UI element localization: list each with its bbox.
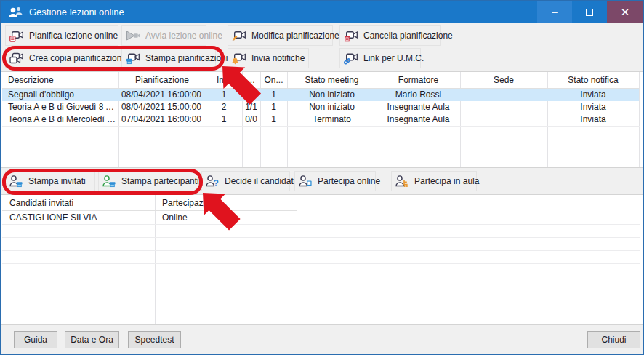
cell-descrizione: Teoria A e B di Giovedì 8 Aprile... bbox=[2, 101, 118, 113]
table-row[interactable]: CASTIGLIONE SILVIA Online bbox=[2, 211, 639, 224]
toolbar-button-crea-copia-pianificazione[interactable]: Crea copia pianificazione bbox=[5, 48, 118, 68]
person-question-icon: ? bbox=[206, 175, 220, 188]
cell-sede bbox=[460, 113, 547, 126]
toolbar-button-link-per-umc[interactable]: Link per U.M.C. bbox=[339, 48, 421, 68]
cell-stato-notifica: Inviata bbox=[547, 89, 639, 101]
column-header-formatore[interactable]: Formatore bbox=[377, 72, 460, 89]
window: Gestione lezioni online – ✕ Pianifica le… bbox=[0, 0, 644, 355]
cell-candidato: CASTIGLIONE SILVIA bbox=[2, 211, 155, 224]
cell-pianificazione: 08/04/2021 16:00:00 bbox=[118, 89, 206, 101]
toolbar-button-label: Decide il candidato bbox=[225, 176, 298, 186]
play-camera-icon bbox=[126, 29, 140, 42]
cell-descrizione: Segnali d'obbligo bbox=[2, 89, 118, 101]
cell-stato-meeting: Non iniziato bbox=[287, 89, 377, 101]
column-header-stato-notifica[interactable]: Stato notifica bbox=[547, 72, 639, 89]
column-header-sede[interactable]: Sede bbox=[460, 72, 547, 89]
camera-link-icon bbox=[344, 52, 358, 65]
maximize-icon bbox=[586, 9, 593, 16]
person-printer-icon bbox=[9, 175, 23, 188]
cell-formatore: Insegnante Aula bbox=[377, 113, 460, 126]
table-row[interactable]: Teoria A e B di Mercoledì 7 Apr... 07/04… bbox=[2, 113, 639, 126]
toolbar-button-decide-il-candidato[interactable]: ? Decide il candidato bbox=[201, 171, 290, 191]
participants-table: Candidati invitati Partecipazione... CAS… bbox=[2, 195, 642, 324]
camera-trash-icon bbox=[344, 29, 358, 42]
column-header-online[interactable]: On... bbox=[260, 72, 287, 89]
camera-printer-icon bbox=[126, 52, 140, 65]
column-header-partecipanti[interactable]: ... bbox=[242, 72, 260, 89]
cell-sede bbox=[460, 101, 547, 113]
person-green-printer-icon bbox=[102, 175, 116, 188]
minimize-button[interactable]: – bbox=[537, 1, 572, 23]
column-header-stato-meeting[interactable]: Stato meeting bbox=[287, 72, 377, 89]
person-screen-icon bbox=[299, 175, 313, 188]
table-row[interactable]: Teoria A e B di Giovedì 8 Aprile... 08/0… bbox=[2, 101, 639, 113]
window-title: Gestione lezioni online bbox=[29, 7, 124, 17]
toolbar-button-label: Invia notifiche bbox=[251, 53, 305, 63]
row-line bbox=[2, 126, 640, 127]
column-header-descrizione[interactable]: Descrizione bbox=[2, 72, 118, 89]
table-row[interactable]: Segnali d'obbligo 08/04/2021 16:00:00 1 … bbox=[2, 89, 639, 101]
toolbar-button-label: Partecipa online bbox=[318, 176, 380, 186]
cell-invitati: 2 bbox=[206, 101, 242, 113]
cell-descrizione: Teoria A e B di Mercoledì 7 Apr... bbox=[2, 113, 118, 126]
row-line bbox=[2, 263, 640, 264]
minimize-icon: – bbox=[552, 7, 557, 17]
camera-pencil-icon bbox=[232, 29, 246, 42]
maximize-button[interactable] bbox=[572, 1, 607, 23]
data-e-ora-button[interactable]: Data e Ora bbox=[65, 331, 119, 348]
toolbar-button-label: Avvia lezione online bbox=[145, 31, 222, 41]
toolbar-button-label: Link per U.M.C. bbox=[363, 53, 424, 63]
toolbar-button-stampa-pianificazioni[interactable]: Stampa pianificazioni bbox=[121, 48, 216, 68]
caption-buttons: – ✕ bbox=[537, 1, 643, 23]
cell-partecipanti: 1/1 bbox=[242, 101, 260, 113]
toolbar-button-partecipa-online[interactable]: Partecipa online bbox=[294, 171, 376, 191]
camera-schedule-icon bbox=[9, 29, 24, 42]
toolbar-button-label: Stampa invitati bbox=[28, 176, 86, 186]
people-app-icon bbox=[7, 6, 23, 19]
toolbar-button-cancella-pianificazione[interactable]: Cancella pianificazione bbox=[339, 25, 441, 46]
cell-partecipazione: Online bbox=[155, 211, 297, 224]
close-button[interactable]: ✕ bbox=[607, 1, 643, 23]
toolbar-button-label: Pianifica lezione online bbox=[29, 31, 118, 41]
lessons-table: Descrizione Pianificazione In... ... On.… bbox=[2, 72, 642, 167]
camera-bell-icon bbox=[232, 52, 246, 65]
row-line bbox=[2, 237, 640, 238]
toolbar-button-stampa-invitati[interactable]: Stampa invitati bbox=[5, 171, 95, 191]
row-line bbox=[2, 250, 640, 251]
speedtest-button[interactable]: Speedtest bbox=[128, 331, 181, 348]
column-header-partecipazione[interactable]: Partecipazione... bbox=[155, 195, 297, 211]
chiudi-button[interactable]: Chiudi bbox=[587, 331, 640, 348]
toolbar-button-pianifica-lezione-online[interactable]: Pianifica lezione online bbox=[5, 25, 118, 46]
cell-formatore: Mario Rossi bbox=[377, 89, 460, 101]
column-header-candidati-invitati[interactable]: Candidati invitati bbox=[2, 195, 155, 211]
column-header-pianificazione[interactable]: Pianificazione bbox=[118, 72, 206, 89]
cell-stato-notifica: Inviata bbox=[547, 113, 639, 126]
cell-partecipanti: 0/0 bbox=[242, 113, 260, 126]
cell-online: 1 bbox=[260, 113, 287, 126]
cell-stato-notifica: Inviata bbox=[547, 101, 639, 113]
toolbar-button-stampa-partecipanti[interactable]: Stampa partecipanti bbox=[98, 171, 198, 191]
person-chair-icon bbox=[395, 175, 409, 188]
column-header-invitati[interactable]: In... bbox=[206, 72, 242, 89]
cell-pianificazione: 08/04/2021 15:00:00 bbox=[118, 101, 206, 113]
cell-stato-meeting: Terminato bbox=[287, 113, 377, 126]
toolbar-button-invia-notifiche[interactable]: Invia notifiche bbox=[228, 48, 309, 68]
cell-online: 1 bbox=[260, 89, 287, 101]
toolbar-button-label: Crea copia pianificazione bbox=[29, 53, 126, 63]
toolbar-button-label: Stampa pianificazioni bbox=[145, 53, 228, 63]
toolbar-button-partecipa-in-aula[interactable]: Partecipa in aula bbox=[391, 171, 477, 191]
toolbar-button-avvia-lezione-online: Avvia lezione online bbox=[121, 25, 206, 46]
cell-invitati: 1 bbox=[206, 89, 242, 101]
toolbar-button-label: Cancella pianificazione bbox=[363, 31, 453, 41]
toolbar-button-label: Stampa partecipanti bbox=[121, 176, 199, 186]
cell-sede bbox=[460, 89, 547, 101]
toolbar-button-label: Modifica pianificazione bbox=[251, 31, 339, 41]
cell-partecipanti: 0/1 bbox=[242, 89, 260, 101]
guida-button[interactable]: Guida bbox=[14, 331, 57, 348]
camera-copy-icon bbox=[9, 52, 24, 65]
grid-line bbox=[639, 72, 640, 167]
cell-stato-meeting: Non iniziato bbox=[287, 101, 377, 113]
footer: Guida Data e Ora Speedtest Chiudi bbox=[1, 324, 643, 354]
close-icon: ✕ bbox=[621, 6, 630, 19]
toolbar-button-modifica-pianificazione[interactable]: Modifica pianificazione bbox=[228, 25, 333, 46]
